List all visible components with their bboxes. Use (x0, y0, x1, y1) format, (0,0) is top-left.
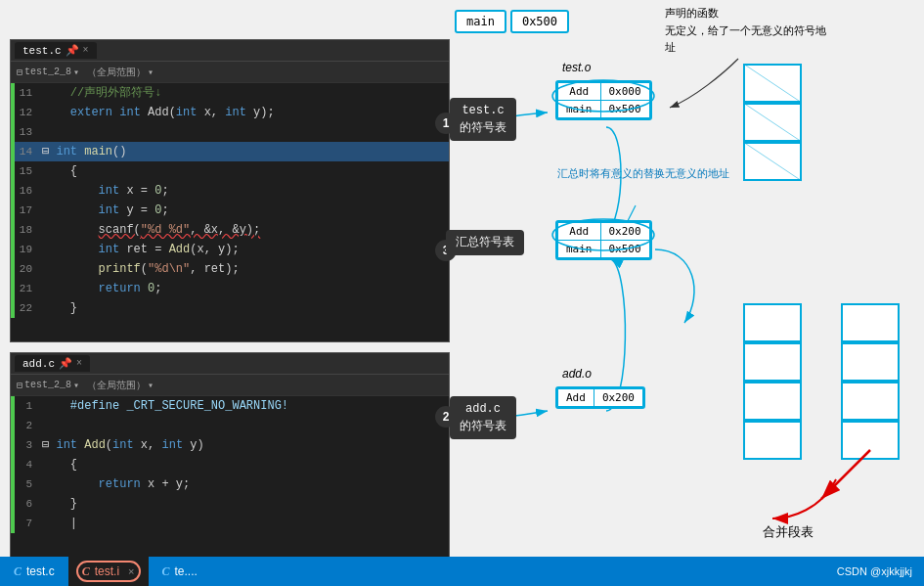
addo-add-addr: 0x200 (594, 389, 642, 407)
table-row: 22 } (11, 298, 449, 318)
summary-main-name: main (558, 241, 601, 258)
line-num: 14 (11, 142, 38, 161)
line-num: 2 (11, 416, 38, 435)
add-c-code: 1 #define _CRT_SECURE_NO_WARNING! 2 3 ⊟ … (11, 396, 449, 533)
test-c-tab-bar: test.c 📌 × (11, 40, 449, 62)
add-c-scope-selector[interactable]: （全局范围） ▾ (87, 379, 154, 392)
bottom-tab-te[interactable]: C te.... (149, 557, 211, 586)
line-content: int y = 0; (38, 201, 449, 220)
line-content: { (38, 161, 449, 181)
table-row: 6 } (11, 494, 449, 514)
line-content: return x + y; (38, 474, 449, 494)
line-content: } (38, 298, 449, 318)
test-c-close[interactable]: × (83, 45, 89, 56)
line-content: int x = 0; (38, 181, 449, 201)
seg5 (743, 342, 802, 382)
test-c-gutter (11, 83, 15, 318)
test-c-file-selector[interactable]: ⊟ test_2_8 ▾ (17, 67, 79, 78)
pin-icon: 📌 (66, 44, 79, 57)
testo-main-name: main (558, 101, 601, 118)
line-content: ⊟ int Add(int x, int y) (38, 435, 449, 455)
line-num: 12 (11, 103, 38, 122)
table-row: 1 #define _CRT_SECURE_NO_WARNING! (11, 396, 449, 416)
bottom-bar: C test.c C test.i × C te.... CSDN @xjkkj… (0, 557, 924, 586)
test-c-tab[interactable]: test.c 📌 × (15, 42, 97, 59)
seg4 (743, 303, 802, 342)
c-icon-testc: C (14, 564, 22, 579)
bottom-tab-testc[interactable]: C test.c (0, 557, 68, 586)
addo-symbol-table: Add 0x200 (555, 386, 645, 409)
summary-add-name: Add (558, 223, 601, 241)
line-num: 6 (11, 494, 38, 514)
test-c-toolbar: ⊟ test_2_8 ▾ （全局范围） ▾ (11, 62, 449, 83)
table-row: 5 return x + y; (11, 474, 449, 494)
testo-main-addr: 0x500 (600, 101, 649, 118)
test-c-scope-selector[interactable]: （全局范围） ▾ (87, 66, 154, 79)
csdn-label: CSDN @xjkkjjkj (837, 565, 912, 577)
pin-icon2: 📌 (59, 357, 72, 370)
add-c-toolbar: ⊟ test_2_8 ▾ （全局范围） ▾ (11, 375, 449, 396)
summary-main-addr: 0x500 (600, 241, 649, 258)
table-row: 3 ⊟ int Add(int x, int y) (11, 435, 449, 455)
summary-label: 汇总符号表 (446, 230, 524, 255)
add-c-tab[interactable]: add.c 📌 × (15, 355, 90, 372)
test-c-toolbar-scope: （全局范围） (87, 66, 146, 79)
line-num: 11 (11, 83, 38, 103)
line-num: 21 (11, 279, 38, 298)
table-row: 19 int ret = Add(x, y); (11, 240, 449, 259)
summary-add-addr: 0x200 (600, 223, 649, 241)
file-icon2: ⊟ (17, 380, 22, 391)
add-c-close[interactable]: × (76, 358, 82, 369)
table-row: 21 return 0; (11, 279, 449, 298)
bottom-right-text: CSDN @xjkkjjkj (837, 565, 924, 577)
line-content: int ret = Add(x, y); (38, 240, 449, 259)
line-content: return 0; (38, 279, 449, 298)
chevron-icon4: ▾ (148, 380, 154, 391)
table-row: 14 ⊟ int main() (11, 142, 449, 161)
table-row: 11 //声明外部符号↓ (11, 83, 449, 103)
line-num: 15 (11, 161, 38, 181)
merge-label: 合并段表 (763, 523, 814, 541)
top-header-area: main 0x500 (455, 10, 569, 33)
test-c-toolbar-file: test_2_8 (24, 67, 71, 77)
testc-symbol-label: test.c的符号表 (450, 98, 516, 141)
addo-add-name: Add (558, 389, 594, 407)
table-row: 13 (11, 122, 449, 142)
merge-seg4 (841, 421, 900, 460)
line-num: 18 (11, 220, 38, 240)
c-icon-te: C (162, 564, 170, 579)
bottom-tab-testi[interactable]: C test.i × (68, 557, 149, 586)
line-content: printf("%d\n", ret); (38, 259, 449, 279)
add-c-gutter (11, 396, 15, 533)
merge-seg2 (841, 342, 900, 382)
table-row: 18 scanf("%d %d", &x, &y); (11, 220, 449, 240)
testo-label: test.o (562, 61, 591, 74)
seg3 (743, 142, 802, 181)
chevron-icon: ▾ (73, 67, 79, 78)
addc-symbol-label: add.c的符号表 (450, 396, 516, 439)
seg1 (743, 64, 802, 103)
replace-annotation: 汇总时将有意义的替换无意义的地址 (557, 166, 729, 181)
line-content: | (38, 514, 449, 533)
bottom-te-label: te.... (175, 564, 198, 578)
seg6 (743, 382, 802, 421)
line-num: 1 (11, 396, 38, 416)
merge-seg3 (841, 382, 900, 421)
addo-label: add.o (562, 367, 592, 381)
merge-seg1 (841, 303, 900, 342)
summary-symbol-table: Add 0x200 main 0x500 (555, 220, 652, 260)
line-num: 17 (11, 201, 38, 220)
add-c-file-selector[interactable]: ⊟ test_2_8 ▾ (17, 380, 79, 391)
testi-close[interactable]: × (128, 565, 134, 577)
testo-add-addr: 0x000 (600, 83, 649, 101)
chevron-icon2: ▾ (148, 67, 154, 78)
line-content: ⊟ int main() (38, 142, 449, 161)
table-row: 12 extern int Add(int x, int y); (11, 103, 449, 122)
bottom-testc-label: test.c (26, 564, 55, 578)
line-content: extern int Add(int x, int y); (38, 103, 449, 122)
file-icon: ⊟ (17, 67, 22, 78)
testo-add-name: Add (558, 83, 601, 101)
chevron-icon3: ▾ (73, 380, 79, 391)
table-row: 2 (11, 416, 449, 435)
add-c-toolbar-file: test_2_8 (24, 380, 71, 390)
